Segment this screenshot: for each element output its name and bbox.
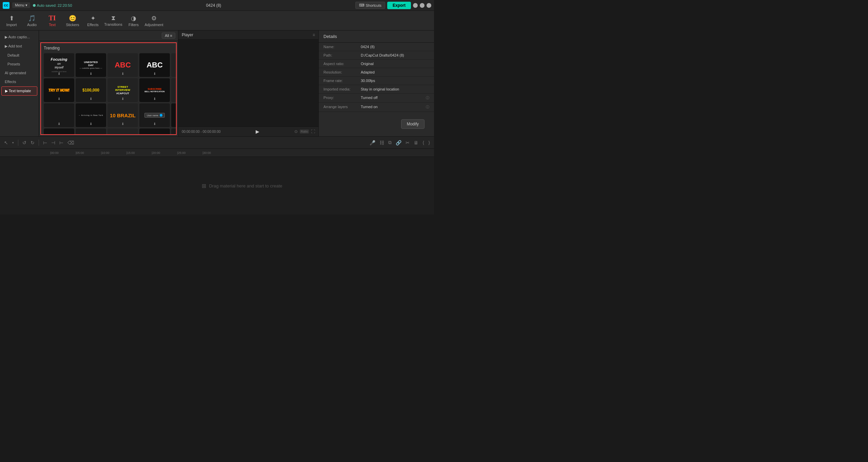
template-arriving[interactable]: → Arriving in New York ⬇ [76, 103, 106, 127]
screen-icon[interactable]: 🖥 [412, 139, 420, 146]
player-header: Player ≡ [178, 31, 318, 40]
fullscreen-icon[interactable]: ⛶ [311, 129, 315, 134]
tool-import[interactable]: ⬆ Import [1, 12, 22, 30]
template-the[interactable]: THE [171, 128, 177, 135]
template-abc-white[interactable]: ABC ⬇ [139, 53, 170, 77]
template-abc-yellow[interactable]: ABC ⬇ [171, 53, 177, 77]
sidebar-item-ai-generated[interactable]: AI generated [1, 69, 37, 77]
mic-icon[interactable]: 🎤 [368, 139, 377, 146]
shortcuts-button[interactable]: ⌨ Shortcuts [355, 2, 385, 9]
ratio-label[interactable]: Ratio [300, 129, 309, 134]
details-row-resolution: Resolution: Adapted [319, 68, 434, 77]
template-focusing-on-myself[interactable]: Focusing on Myself subtitle text here ⬇ [44, 53, 74, 77]
details-row-arrange-layers: Arrange layers Turned on ⓘ [319, 103, 434, 112]
proxy-info-icon[interactable]: ⓘ [426, 96, 429, 100]
bottom-toolbar: ↖ ▾ ↺ ↻ ⊢ ⊣ ⊢ ⌫ 🎤 ⛓ ⧉ 🔗 ✂ 🖥 ⟨ ⟩ [0, 136, 434, 148]
template-try-it-now[interactable]: TRY IT NOW! ⬇ [44, 78, 74, 102]
time-display: 00:00:00:00 - 00:00:00:00 [182, 130, 221, 134]
select-dropdown-icon[interactable]: ▾ [11, 140, 15, 145]
export-button[interactable]: Export [387, 2, 411, 9]
template-dinner-time[interactable]: dinner time Subtitle ⬇ [171, 103, 177, 127]
modify-button[interactable]: Modify [401, 119, 425, 129]
player-canvas [178, 40, 318, 126]
play-button[interactable]: ▶ [256, 129, 259, 134]
player-controls: 00:00:00:00 - 00:00:00:00 ▶ ⊙ Ratio ⛶ [178, 126, 318, 136]
template-united-states[interactable]: UNITED STATES [107, 128, 138, 135]
details-row-imported-media: Imported media: Stay in original locatio… [319, 85, 434, 94]
keyboard-icon: ⌨ [359, 3, 364, 7]
sidebar-item-add-text[interactable]: ▶ Add text [1, 42, 37, 51]
import-label: Import [6, 23, 17, 27]
main-layout: ▶ Auto captio... ▶ Add text Default Pres… [0, 31, 434, 136]
player-title: Player [182, 33, 193, 37]
adjustment-icon: ⚙ [151, 15, 157, 22]
top-right-controls: ⌨ Shortcuts Export [355, 2, 431, 9]
sidebar-item-text-template[interactable]: ▶ Text template [1, 86, 37, 96]
content-header: All ≡ [39, 31, 178, 41]
close-button[interactable] [427, 3, 431, 8]
unlink-icon[interactable]: ✂ [404, 139, 411, 146]
download-icon-15: ⬇ [121, 122, 124, 126]
trending-label: Trending [44, 46, 173, 51]
template-uneditedday[interactable]: UNEDITED DAY — subtitle goes here — ⬇ [76, 53, 106, 77]
all-filter-button[interactable]: All ≡ [162, 33, 175, 39]
link-icon[interactable]: ⛓ [378, 139, 386, 146]
next-frame-icon[interactable]: ⟩ [427, 139, 431, 146]
toolbar-right: 🎤 ⛓ ⧉ 🔗 ✂ 🖥 ⟨ ⟩ [368, 139, 431, 146]
prev-frame-icon[interactable]: ⟨ [421, 139, 426, 146]
tool-filters[interactable]: ◑ Filters [123, 12, 144, 30]
menu-button[interactable]: Menu ▾ [12, 2, 30, 8]
template-user-input[interactable]: User name ⬇ [139, 103, 170, 127]
tool-effects[interactable]: ✦ Effects [83, 12, 103, 30]
sidebar-item-presets[interactable]: Presets [1, 60, 37, 68]
tool-text[interactable]: TI Text [42, 12, 62, 30]
tool-stickers[interactable]: 😊 Stickers [62, 12, 83, 30]
template-let[interactable]: L·E·T [44, 128, 74, 135]
template-row-3: ⬇ → Arriving in New York ⬇ 10 BRAZIL ⬇ [44, 103, 173, 127]
minimize-button[interactable] [413, 3, 418, 8]
ruler-mark-5: |05:00 [76, 151, 84, 155]
template-really[interactable]: REALLY?? ⬇ [171, 78, 177, 102]
download-icon-3: ⬇ [121, 72, 124, 76]
template-street-interview[interactable]: STREET INTERVIEW #CAPCUT ⬇ [107, 78, 138, 102]
arrange-layers-info-icon[interactable]: ⓘ [426, 105, 429, 109]
undo-button[interactable]: ↺ [21, 139, 28, 146]
trim-right-icon[interactable]: ⊢ [58, 139, 65, 146]
sidebar-item-auto-caption[interactable]: ▶ Auto captio... [1, 33, 37, 41]
chain-icon[interactable]: 🔗 [394, 139, 403, 146]
download-icon-8: ⬇ [90, 97, 92, 101]
sidebar-item-effects[interactable]: Effects [1, 78, 37, 86]
stack-icon[interactable]: ⧉ [387, 139, 393, 146]
details-row-path: Path: D:/CapCut Drafts/0424 (8) [319, 51, 434, 60]
download-icon-7: ⬇ [58, 97, 60, 101]
split-icon[interactable]: ⊢ [42, 139, 48, 146]
download-icon-9: ⬇ [121, 97, 124, 101]
tool-transitions[interactable]: ⧗ Transitions [103, 12, 123, 30]
effects-icon: ✦ [91, 15, 96, 22]
tool-adjustment[interactable]: ⚙ Adjustment [144, 12, 164, 30]
maximize-button[interactable] [420, 3, 425, 8]
details-row-aspect: Aspect ratio: Original [319, 60, 434, 68]
ruler-mark-0: |00:00 [50, 151, 59, 155]
template-partial1[interactable]: ... [139, 128, 170, 135]
redo-button[interactable]: ↻ [29, 139, 36, 146]
template-abc-red[interactable]: ABC ⬇ [107, 53, 138, 77]
timeline-ruler: |00:00 |05:00 |10:00 |15:00 |20:00 |25:0… [0, 149, 434, 157]
select-tool-icon[interactable]: ↖ [3, 139, 9, 146]
trim-left-icon[interactable]: ⊣ [50, 139, 57, 146]
stickers-label: Stickers [66, 23, 79, 27]
template-dont[interactable]: DON'T THINK ABOUT IT... [76, 128, 106, 135]
template-brazil[interactable]: 10 BRAZIL ⬇ [107, 103, 138, 127]
download-icon-4: ⬇ [153, 72, 156, 76]
toolbar-separator-2 [39, 140, 39, 146]
adjustment-label: Adjustment [144, 23, 163, 27]
sidebar-item-default[interactable]: Default [1, 51, 37, 59]
template-blank[interactable]: ⬇ [44, 103, 74, 127]
template-money[interactable]: $100,000 ⬇ [76, 78, 106, 102]
tool-audio[interactable]: 🎵 Audio [22, 12, 42, 30]
delete-icon[interactable]: ⌫ [66, 139, 76, 146]
transitions-label: Transitions [104, 22, 122, 26]
template-subscribe[interactable]: SUBSCRIBE BELL NOTIFICATION ⬇ [139, 78, 170, 102]
zoom-fit-icon[interactable]: ⊙ [294, 129, 298, 134]
player-menu-icon[interactable]: ≡ [313, 33, 315, 37]
